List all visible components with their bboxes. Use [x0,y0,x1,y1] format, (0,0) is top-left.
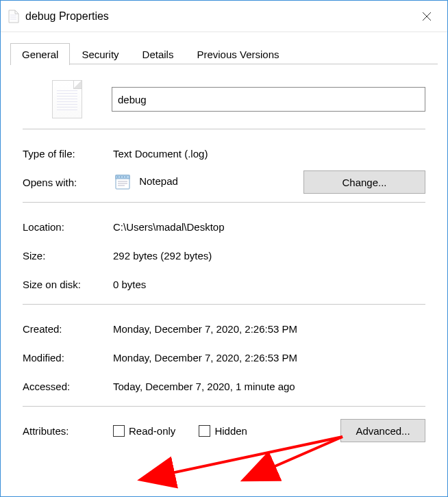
size-on-disk-label: Size on disk: [23,279,113,290]
size-value: 292 bytes (292 bytes) [113,250,425,262]
location-value: C:\Users\madal\Desktop [113,221,425,233]
advanced-button[interactable]: Advanced... [340,419,425,442]
modified-value: Monday, December 7, 2020, 2:26:53 PM [113,352,425,364]
tab-previous-versions[interactable]: Previous Versions [185,43,290,65]
separator [23,406,425,407]
checkbox-icon [113,425,125,437]
opens-with-label: Opens with: [23,177,113,188]
svg-marker-0 [9,10,18,23]
separator [23,129,425,129]
separator [23,304,425,305]
change-button[interactable]: Change... [303,170,425,194]
close-button[interactable] [413,6,440,27]
readonly-checkbox[interactable]: Read-only [113,425,175,437]
svg-point-10 [123,177,124,178]
properties-window: debug Properties General Security Detail… [0,0,448,497]
type-of-file-label: Type of file: [23,148,113,160]
notepad-icon [113,173,132,192]
tab-security[interactable]: Security [70,43,130,65]
tab-strip-border [10,64,438,64]
svg-point-8 [117,177,119,178]
filename-input[interactable] [112,87,425,112]
content-area: General Security Details Previous Versio… [1,32,447,496]
type-of-file-value: Text Document (.log) [113,148,425,160]
modified-label: Modified: [23,352,113,364]
size-label: Size: [23,250,113,262]
checkbox-icon [199,425,210,437]
separator [23,202,425,203]
titlebar: debug Properties [1,1,447,32]
opens-with-value: Notepad [113,173,303,192]
accessed-label: Accessed: [23,381,113,392]
hidden-label: Hidden [214,425,247,437]
readonly-label: Read-only [129,425,175,437]
svg-point-9 [120,177,121,178]
window-title: debug Properties [25,10,413,23]
tabs: General Security Details Previous Versio… [10,39,438,64]
tab-general[interactable]: General [10,43,70,65]
accessed-value: Today, December 7, 2020, 1 minute ago [113,381,425,392]
hidden-checkbox[interactable]: Hidden [199,425,247,437]
tab-details[interactable]: Details [131,43,186,65]
opens-with-app: Notepad [139,175,178,187]
created-label: Created: [23,323,113,335]
size-on-disk-value: 0 bytes [113,279,425,290]
file-icon [8,9,20,24]
location-label: Location: [23,221,113,233]
svg-point-11 [125,177,127,178]
created-value: Monday, December 7, 2020, 2:26:53 PM [113,323,425,335]
filetype-icon [23,80,112,118]
attributes-label: Attributes: [23,425,113,437]
general-panel: Type of file: Text Document (.log) Opens… [10,64,438,445]
